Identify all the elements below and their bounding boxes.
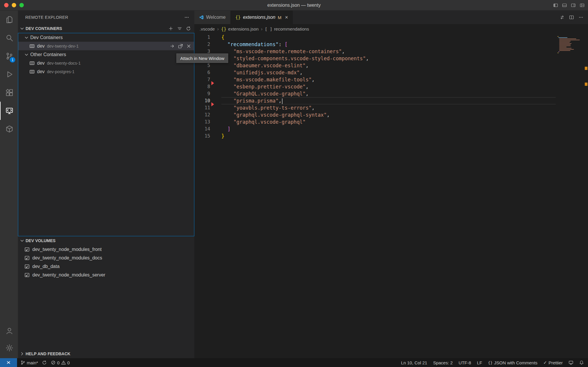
encoding-status[interactable]: UTF-8: [459, 360, 471, 365]
volume-item-dev_twenty_node_modules_docs[interactable]: dev_twenty_node_modules_docs: [18, 254, 194, 262]
activity-explorer[interactable]: [0, 11, 18, 29]
code-line-15[interactable]: 15}: [194, 133, 588, 140]
accounts-button[interactable]: [0, 322, 18, 339]
breadcrumb: .vscode › {} extensions.json › [ ] recom…: [194, 24, 588, 34]
vscode-window: extensions.json — twenty 1: [0, 0, 588, 367]
dev-volumes-section-header[interactable]: DEV VOLUMES: [18, 236, 194, 245]
activity-bar: 1: [0, 11, 18, 358]
help-feedback-section-header[interactable]: HELP AND FEEDBACK: [18, 349, 194, 358]
code-line-4[interactable]: 4 "styled-components.vscode-styled-compo…: [194, 55, 588, 62]
breadcrumb-folder[interactable]: .vscode: [200, 26, 215, 31]
volume-item-dev_db_data[interactable]: dev_db_data: [18, 262, 194, 271]
indentation-status[interactable]: Spaces: 2: [433, 360, 453, 365]
gutter-marker-zone: [210, 76, 221, 83]
code-line-8[interactable]: 8 "esbenp.prettier-vscode",: [194, 83, 588, 90]
customize-layout-icon[interactable]: [580, 3, 584, 8]
editor-more-actions-icon[interactable]: [579, 15, 583, 20]
stop-container-icon[interactable]: [186, 44, 191, 48]
breadcrumb-file[interactable]: {} extensions.json: [221, 26, 258, 32]
gutter-marker-zone: [210, 34, 221, 41]
error-count: 0: [57, 360, 59, 365]
problems-status[interactable]: 0 0: [51, 360, 70, 365]
code-line-10[interactable]: 10 "prisma.prisma",: [194, 97, 588, 104]
line-number: 7: [194, 76, 210, 83]
minimap-line: [559, 44, 571, 45]
attach-new-window-icon[interactable]: [178, 44, 183, 48]
dev-containers-section-header[interactable]: DEV CONTAINERS: [18, 24, 194, 33]
code-line-11[interactable]: 11 "yoavbls.pretty-ts-errors",: [194, 104, 588, 111]
close-tab-icon[interactable]: ×: [285, 14, 288, 21]
zoom-window-button[interactable]: [19, 3, 24, 7]
code-line-2[interactable]: 2 "recommendations": [: [194, 41, 588, 48]
activity-containers[interactable]: [0, 120, 18, 138]
gutter-marker-zone: [210, 133, 221, 140]
container-item-dev-twenty-dev-1[interactable]: devdev-twenty-dev-1: [18, 42, 194, 50]
volume-item-dev_twenty_node_modules_front[interactable]: dev_twenty_node_modules_front: [18, 245, 194, 254]
volume-icon: [24, 255, 30, 261]
activity-remote-explorer[interactable]: [0, 102, 18, 120]
refresh-icon[interactable]: [186, 26, 191, 31]
code-editor[interactable]: 1{2 "recommendations": [3 "ms-vscode-rem…: [194, 34, 588, 358]
warning-icon: [61, 360, 66, 365]
settings-button[interactable]: [0, 339, 18, 356]
git-branch-status[interactable]: main*: [21, 360, 38, 365]
container-item-dev-twenty-docs-1[interactable]: devdev-twenty-docs-1: [18, 59, 194, 67]
container-description: dev-twenty-docs-1: [47, 61, 81, 66]
vscode-logo-icon: [199, 15, 204, 20]
notifications-button[interactable]: [579, 360, 584, 365]
minimap[interactable]: [557, 36, 583, 54]
line-number: 1: [194, 34, 210, 41]
toggle-secondary-sidebar-icon[interactable]: [571, 3, 576, 8]
traffic-lights: [4, 3, 24, 7]
line-number: 14: [194, 125, 210, 133]
activity-search[interactable]: [0, 29, 18, 47]
remote-indicator[interactable]: [0, 358, 17, 367]
toggle-panel-icon[interactable]: [562, 3, 567, 8]
attach-container-icon[interactable]: [170, 44, 175, 48]
code-line-1[interactable]: 1{: [194, 34, 588, 41]
gutter-marker-zone: [210, 41, 221, 48]
volume-item-dev_twenty_node_modules_server[interactable]: dev_twenty_node_modules_server: [18, 271, 194, 279]
code-line-7[interactable]: 7 "ms-vscode.makefile-tools",: [194, 76, 588, 83]
eol-status[interactable]: LF: [477, 360, 482, 365]
tab-label: Welcome: [206, 15, 225, 20]
container-item-dev-postgres-1[interactable]: devdev-postgres-1: [18, 67, 194, 76]
split-editor-icon[interactable]: [569, 15, 574, 20]
chevron-down-icon: [20, 238, 24, 243]
dev-containers-actions: [168, 26, 191, 31]
formatter-status[interactable]: ✓ Prettier: [543, 360, 563, 365]
cursor-position[interactable]: Ln 10, Col 21: [401, 360, 427, 365]
feedback-button[interactable]: [569, 360, 573, 365]
breadcrumb-symbol[interactable]: [ ] recommendations: [265, 26, 309, 31]
tab-extensions-json[interactable]: {} extensions.json M ×: [230, 11, 293, 24]
close-window-button[interactable]: [4, 3, 9, 7]
language-mode[interactable]: {} JSON with Comments: [488, 360, 537, 365]
filter-list-icon[interactable]: [177, 26, 182, 31]
tab-welcome[interactable]: Welcome: [194, 11, 230, 24]
code-line-12[interactable]: 12 "graphql.vscode-graphql-syntax",: [194, 111, 588, 118]
activity-source-control[interactable]: 1: [0, 47, 18, 65]
git-branch-icon: [21, 360, 25, 365]
code-line-5[interactable]: 5 "dbaeumer.vscode-eslint",: [194, 62, 588, 69]
minimap-line: [559, 48, 572, 48]
sync-changes-button[interactable]: [42, 360, 47, 365]
line-number: 8: [194, 83, 210, 90]
code-line-9[interactable]: 9 "GraphQL.vscode-graphql",: [194, 90, 588, 97]
open-changes-icon[interactable]: [560, 15, 564, 20]
extensions-icon: [6, 89, 13, 96]
toggle-primary-sidebar-icon[interactable]: [553, 3, 558, 8]
activity-run-debug[interactable]: [0, 65, 18, 83]
add-container-icon[interactable]: [168, 26, 173, 31]
code-line-14[interactable]: 14 ]: [194, 125, 588, 133]
code-line-6[interactable]: 6 "unifiedjs.vscode-mdx",: [194, 69, 588, 76]
tree-group-dev-containers[interactable]: Dev Containers: [18, 33, 194, 42]
code-line-13[interactable]: 13 "graphql.vscode-graphql": [194, 118, 588, 125]
volume-label: dev_db_data: [32, 264, 60, 269]
remote-explorer-sidebar: REMOTE EXPLORER DEV CONTAINERS Dev Conta…: [18, 11, 194, 358]
code-line-3[interactable]: 3 "ms-vscode-remote.remote-containers",: [194, 48, 588, 55]
activity-extensions[interactable]: [0, 83, 18, 102]
sidebar-titlebar: REMOTE EXPLORER: [18, 11, 194, 24]
views-more-actions-icon[interactable]: [184, 15, 189, 20]
minimize-window-button[interactable]: [12, 3, 16, 7]
tree-group-other-containers[interactable]: Other Containers: [18, 50, 194, 59]
